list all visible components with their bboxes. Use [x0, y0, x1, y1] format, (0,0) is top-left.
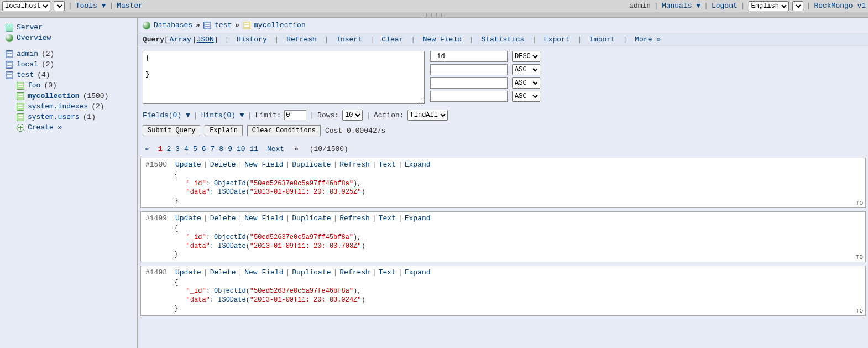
submit-query-button[interactable]: Submit Query [143, 125, 200, 136]
brand-link[interactable]: RockMongo v1 [814, 2, 866, 10]
sidebar-coll-foo[interactable]: foo (0) [3, 80, 134, 91]
host-extra-select[interactable] [54, 1, 65, 11]
sort-dir-2[interactable]: ASCDESC [512, 77, 540, 89]
rec-action-delete[interactable]: Delete [210, 160, 236, 169]
sort-dir-1[interactable]: ASCDESC [512, 64, 540, 75]
tools-menu[interactable]: Tools ▼ [76, 2, 106, 10]
bc-coll[interactable]: mycollection [254, 21, 306, 29]
manuals-menu[interactable]: Manuals ▼ [662, 2, 700, 10]
hints-toggle[interactable]: Hints(0) ▼ [201, 111, 244, 120]
rec-action-new-field[interactable]: New Field [244, 214, 283, 222]
pager-page-11[interactable]: 11 [250, 145, 259, 153]
pager-prev[interactable]: « [145, 145, 149, 153]
sidebar-create[interactable]: Create » [3, 122, 134, 133]
fields-toggle[interactable]: Fields(0) ▼ [143, 111, 190, 120]
action-select[interactable]: findAll [407, 110, 448, 121]
pager-page-10[interactable]: 10 [237, 145, 245, 153]
tab-history[interactable]: History [237, 35, 267, 44]
server-icon [6, 24, 13, 32]
sidebar: Server Overview admin (2)local (2)test (… [0, 18, 138, 348]
rec-action-delete[interactable]: Delete [210, 268, 236, 277]
mode-json-link[interactable]: JSON [197, 35, 214, 44]
rec-action-delete[interactable]: Delete [210, 214, 236, 222]
rec-action-duplicate[interactable]: Duplicate [292, 214, 331, 222]
sort-field-2[interactable] [430, 77, 508, 89]
sort-dir-3[interactable]: ASCDESC [512, 91, 540, 102]
host-select[interactable]: localhost [2, 1, 50, 11]
cost-label: Cost 0.000427s [325, 127, 385, 135]
tab-new-field[interactable]: New Field [423, 35, 462, 44]
rec-action-text[interactable]: Text [379, 160, 396, 169]
bc-databases[interactable]: Databases [154, 21, 192, 29]
pager-page-5[interactable]: 5 [193, 145, 197, 153]
tab-import[interactable]: Import [589, 35, 615, 44]
user-label: admin [629, 2, 651, 10]
rec-action-expand[interactable]: Expand [405, 160, 431, 169]
rec-action-update[interactable]: Update [175, 268, 201, 277]
record-trailing: TO [856, 200, 863, 206]
rec-action-expand[interactable]: Expand [405, 214, 431, 222]
rec-action-update[interactable]: Update [175, 214, 201, 222]
content: Databases » test » mycollection Query[Ar… [138, 18, 868, 348]
tabbar: Query[Array|JSON] | History | Refresh | … [138, 33, 868, 46]
lang-extra-select[interactable] [792, 1, 803, 11]
sort-field-3[interactable] [430, 91, 508, 102]
rec-action-new-field[interactable]: New Field [244, 160, 283, 169]
query-textarea[interactable] [143, 51, 425, 104]
tab-refresh[interactable]: Refresh [286, 35, 317, 44]
rec-action-refresh[interactable]: Refresh [339, 268, 370, 277]
pager-page-3[interactable]: 3 [175, 145, 180, 153]
rec-action-expand[interactable]: Expand [405, 268, 431, 277]
pager-next[interactable]: Next [267, 145, 284, 153]
pager-raquo[interactable]: » [294, 145, 299, 153]
pager-page-1[interactable]: 1 [158, 145, 163, 153]
limit-input[interactable] [284, 110, 306, 120]
coll-icon [243, 22, 250, 29]
pager-page-2[interactable]: 2 [166, 145, 171, 153]
rec-action-text[interactable]: Text [379, 268, 396, 277]
pager: « 1234567891011 Next » (10/1500) [138, 141, 868, 158]
sort-dir-0[interactable]: ASCDESC [512, 51, 540, 62]
pager-page-8[interactable]: 8 [219, 145, 223, 153]
sidebar-coll-system.users[interactable]: system.users (1) [3, 112, 134, 122]
logout-link[interactable]: Logout [712, 2, 738, 10]
coll-icon [17, 113, 24, 121]
mode-array-link[interactable]: Array [170, 35, 191, 44]
tab-export[interactable]: Export [544, 35, 570, 44]
tab-insert[interactable]: Insert [336, 35, 362, 44]
overview-icon [6, 34, 13, 42]
sep: | [109, 2, 113, 10]
tab-clear[interactable]: Clear [381, 35, 403, 44]
tab-statistics[interactable]: Statistics [481, 35, 524, 44]
tab-more-[interactable]: More » [635, 35, 661, 44]
rec-action-text[interactable]: Text [379, 214, 396, 222]
clear-conditions-button[interactable]: Clear Conditions [247, 125, 321, 136]
pager-page-9[interactable]: 9 [228, 145, 232, 153]
master-link[interactable]: Master [117, 2, 143, 10]
rec-action-duplicate[interactable]: Duplicate [292, 160, 331, 169]
rows-label: Rows: [317, 111, 339, 120]
sidebar-db-test[interactable]: test (4) [3, 70, 134, 80]
record-json: { "_id": ObjectId("50ed52637e0c5a97fe46b… [141, 279, 865, 315]
lang-select[interactable]: English [749, 1, 789, 11]
pager-page-6[interactable]: 6 [202, 145, 206, 153]
explain-button[interactable]: Explain [205, 125, 242, 136]
pager-page-4[interactable]: 4 [184, 145, 189, 153]
rec-action-refresh[interactable]: Refresh [339, 214, 370, 222]
sidebar-db-local[interactable]: local (2) [3, 59, 134, 70]
rec-action-duplicate[interactable]: Duplicate [292, 268, 331, 277]
record-trailing: TO [856, 254, 863, 261]
rec-action-new-field[interactable]: New Field [244, 268, 283, 277]
rows-select[interactable]: 10 [342, 110, 363, 121]
sidebar-overview[interactable]: Overview [3, 33, 134, 43]
sort-field-0[interactable] [430, 51, 508, 62]
sidebar-coll-mycollection[interactable]: mycollection (1500) [3, 91, 134, 101]
rec-action-update[interactable]: Update [175, 160, 201, 169]
pager-page-7[interactable]: 7 [211, 145, 215, 153]
sidebar-server[interactable]: Server [3, 22, 134, 33]
rec-action-refresh[interactable]: Refresh [339, 160, 370, 169]
sidebar-db-admin[interactable]: admin (2) [3, 49, 134, 59]
bc-db[interactable]: test [215, 21, 232, 29]
sort-field-1[interactable] [430, 64, 508, 75]
sidebar-coll-system.indexes[interactable]: system.indexes (2) [3, 101, 134, 112]
